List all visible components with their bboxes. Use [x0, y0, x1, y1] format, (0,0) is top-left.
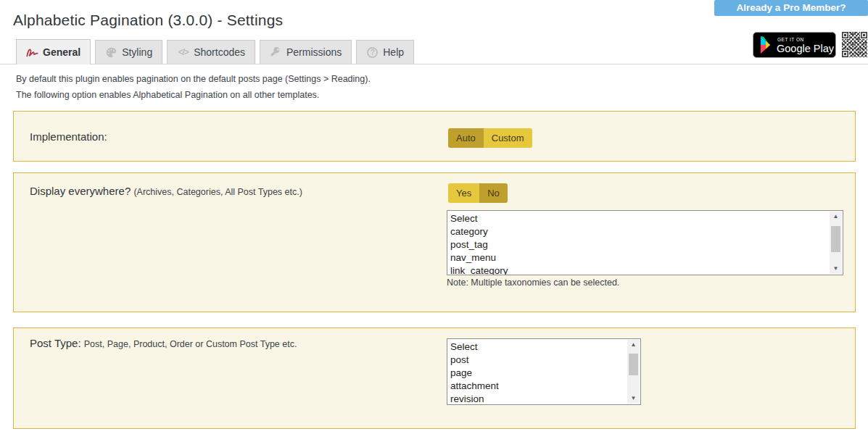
scroll-up-arrow-icon[interactable]: ▲ [833, 212, 839, 222]
pro-member-button[interactable]: Already a Pro Member? [714, 0, 868, 16]
display-everywhere-label: Display everywhere? [30, 185, 131, 197]
intro-line-2: The following option enables Alphabetica… [16, 90, 868, 100]
taxonomy-option[interactable]: post_tag [450, 238, 843, 251]
intro-line-1: By default this plugin enables paginatio… [16, 74, 868, 84]
tab-permissions[interactable]: Permissions [260, 40, 352, 64]
section-implementation: Implementation: Auto Custom [13, 111, 856, 162]
tab-general[interactable]: General [16, 39, 91, 64]
display-everywhere-hint: (Archives, Categories, All Post Types et… [133, 187, 302, 197]
tab-shortcodes-label: Shortcodes [194, 46, 245, 58]
display-no-button[interactable]: No [479, 183, 508, 203]
tab-shortcodes[interactable]: </> Shortcodes [167, 40, 255, 64]
post-type-option[interactable]: revision [450, 393, 640, 405]
scroll-up-arrow-icon[interactable]: ▲ [631, 340, 637, 350]
tab-help[interactable]: ? Help [356, 40, 414, 64]
display-everywhere-toggle: Yes No [448, 183, 508, 203]
taxonomy-option[interactable]: link_category [450, 264, 843, 275]
tab-help-label: Help [383, 46, 404, 58]
taxonomy-option[interactable]: category [450, 225, 843, 238]
taxonomy-option[interactable]: nav_menu [450, 251, 843, 264]
qr-code [841, 31, 868, 61]
taxonomy-multiselect[interactable]: Select category post_tag nav_menu link_c… [447, 210, 843, 275]
help-icon: ? [366, 46, 379, 59]
taxonomy-option[interactable]: Select [450, 212, 843, 225]
code-icon: </> [177, 46, 189, 59]
tab-styling-label: Styling [122, 46, 152, 58]
post-type-multiselect[interactable]: Select post page attachment revision ▲ ▼ [447, 338, 641, 405]
tab-general-label: General [43, 46, 80, 58]
taxonomy-note: Note: Multiple taxonomies can be selecte… [447, 277, 619, 288]
scrollbar[interactable]: ▲ ▼ [830, 212, 842, 274]
display-yes-button[interactable]: Yes [448, 183, 479, 203]
scrollbar-thumb[interactable] [629, 354, 638, 375]
scrollbar[interactable]: ▲ ▼ [627, 340, 640, 404]
implementation-auto-button[interactable]: Auto [448, 128, 484, 148]
palette-icon [105, 46, 117, 59]
section-display-everywhere: Display everywhere? (Archives, Categorie… [13, 172, 856, 312]
scroll-down-arrow-icon[interactable]: ▼ [833, 264, 839, 274]
implementation-label: Implementation: [30, 130, 107, 143]
tab-permissions-label: Permissions [286, 46, 342, 58]
post-type-option[interactable]: page [450, 367, 640, 380]
signature-icon [26, 46, 38, 59]
post-type-option[interactable]: attachment [450, 380, 640, 393]
post-type-hint: Post, Page, Product, Order or Custom Pos… [84, 339, 297, 349]
google-play-badge[interactable]: GET IT ON Google Play [753, 32, 836, 61]
implementation-custom-button[interactable]: Custom [484, 128, 532, 148]
section-post-type: Post Type: Post, Page, Product, Order or… [13, 327, 856, 429]
tab-styling[interactable]: Styling [95, 40, 162, 64]
post-type-option[interactable]: post [450, 354, 640, 367]
implementation-toggle: Auto Custom [448, 128, 532, 148]
gplay-line2: Google Play [777, 43, 835, 54]
scroll-down-arrow-icon[interactable]: ▼ [631, 393, 637, 404]
tab-bar: General Styling </> Shortcodes [0, 40, 868, 64]
plugin-settings-page: Already a Pro Member? Alphabetic Paginat… [0, 0, 868, 434]
store-badges: GET IT ON Google Play [753, 31, 868, 61]
scrollbar-thumb[interactable] [831, 226, 840, 252]
gplay-line1: GET IT ON [777, 37, 804, 42]
key-icon [270, 46, 282, 59]
post-type-option[interactable]: Select [450, 341, 640, 354]
post-type-label: Post Type: [30, 337, 81, 349]
